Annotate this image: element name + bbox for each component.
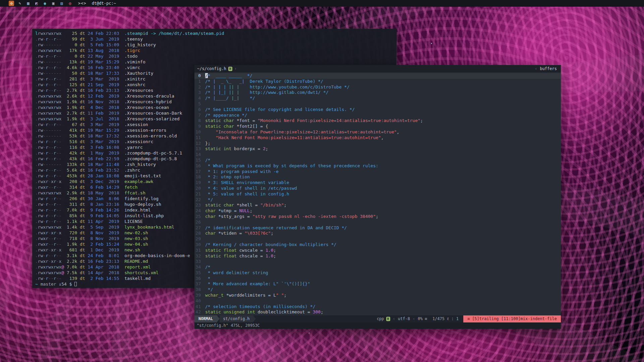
- file-row: .rwxrwxrwx 17k dt 13 Aug 2018 .tigrc: [35, 48, 397, 53]
- code-line: 0/* ____ _____ */: [194, 73, 561, 79]
- topbar-icon-group: ⚙✎▦◩◉▣▤◎: [9, 1, 73, 6]
- code-line: 38 */: [194, 287, 561, 293]
- file-row: .rw------- 13k dt 19 Mar 15:29 .viminfo: [35, 59, 397, 65]
- percent-label: 0%: [418, 315, 422, 322]
- line-number: 31: [194, 248, 205, 253]
- code-line: 29: [194, 236, 561, 242]
- line-number: 9: [194, 124, 205, 129]
- files-icon[interactable]: ▤: [59, 1, 64, 6]
- line-number: 35: [194, 270, 205, 276]
- code-line: 23static char *shell = "/bin/sh";: [194, 202, 561, 208]
- code-line: 2/* | | | || | http://www.youtube.com/c/…: [194, 84, 561, 90]
- chevron-left-icon: ‹: [413, 315, 415, 322]
- code-line: 21 * 5: value of shell in config.h: [194, 191, 561, 197]
- shell-indicator: ><>: [78, 1, 86, 6]
- line-number: 0: [194, 73, 205, 79]
- line-number: 8: [194, 118, 205, 124]
- line-number: 30: [194, 242, 205, 248]
- status-scroll-percent: 0% ≡: [415, 315, 430, 322]
- line-number: 32: [194, 253, 205, 259]
- line-number: 21: [194, 191, 205, 197]
- code-line: 14: [194, 152, 561, 158]
- line-number: 40: [194, 298, 205, 304]
- code-line: 25char *stty_args = "stty raw pass8 nl -…: [194, 214, 561, 220]
- line-number: 16: [194, 163, 205, 169]
- image-icon[interactable]: ▦: [25, 1, 31, 6]
- settings-icon[interactable]: ⚙: [9, 1, 14, 6]
- chevron-left-icon: ‹: [535, 66, 537, 71]
- file-row: lrwxrwxrwx 25 dt 24 Feb 22:03 .steampid …: [35, 31, 397, 36]
- code-area[interactable]: 0/* ____ _____ */1/* | _ \_ _| Derek Tay…: [194, 72, 561, 315]
- line-number: 22: [194, 197, 205, 203]
- code-line: 35 * word delimiter string: [194, 270, 561, 276]
- code-line: 22 */: [194, 197, 561, 203]
- code-line: 12};: [194, 141, 561, 146]
- code-line: 1/* | _ \_ _| Derek Taylor (DistroTube) …: [194, 79, 561, 84]
- code-line: 30/* Kerning / character bounding-box mu…: [194, 242, 561, 248]
- line-number: 2: [194, 84, 205, 90]
- status-cursor-position: 1/475 ℓ : 1: [430, 315, 461, 322]
- code-line: 10 "Inconsolata for Powerline:pixelsize=…: [194, 129, 561, 135]
- code-line: 11 "Hack Nerd Font Mono:pixelsize=11:ant…: [194, 135, 561, 141]
- status-encoding: utf-8: [395, 315, 413, 322]
- line-number: 33: [194, 259, 205, 264]
- line-number: 13: [194, 146, 205, 152]
- line-number: 3: [194, 90, 205, 96]
- powerline-separator-icon: [217, 315, 220, 322]
- code-line: 16 * What program is execed by st depend…: [194, 163, 561, 169]
- line-number: 34: [194, 264, 205, 270]
- code-line: 8static char *font = "Mononoki Nerd Font…: [194, 118, 561, 124]
- status-filename: st/config.h: [220, 315, 253, 322]
- camera-icon[interactable]: ◉: [42, 1, 48, 6]
- line-number: 29: [194, 236, 205, 242]
- buffers-label: buffers: [540, 66, 557, 71]
- lint-warnings-text: [5]trailing [11:100]mix-indent-file: [472, 315, 557, 322]
- modified-badge-icon: H: [228, 67, 232, 71]
- edit-icon[interactable]: ✎: [17, 1, 22, 6]
- buffers-tab[interactable]: ‹ buffers: [535, 65, 561, 72]
- display-icon[interactable]: ▣: [51, 1, 56, 6]
- topbar: ⚙✎▦◩◉▣▤◎ ><> dt@dt-pc:~: [0, 0, 644, 7]
- filetype-label: cpp: [377, 315, 384, 322]
- code-line: 13static int borderpx = 2;: [194, 146, 561, 152]
- code-line: 17 * 1: program passed with -e: [194, 169, 561, 175]
- line-number: 1: [194, 79, 205, 84]
- status-filetype: cpp H: [374, 315, 393, 322]
- buffer-tab[interactable]: ~/s/config.h H ›: [194, 65, 238, 72]
- line-number: 26: [194, 220, 205, 225]
- host-label: dt@dt-pc:~: [92, 1, 116, 6]
- statusline-spacer: [256, 315, 374, 322]
- code-line: 32static float chscale = 1.0;: [194, 253, 561, 259]
- code-line: 15/*: [194, 158, 561, 163]
- editor-window[interactable]: ~/s/config.h H › ‹ buffers 0/* ____ ____…: [194, 65, 561, 329]
- line-number: 11: [194, 135, 205, 141]
- code-line: 28char *vtiden = "\033[?6c";: [194, 231, 561, 236]
- code-line: 31static float cwscale = 1.0;: [194, 248, 561, 253]
- line-number: 38: [194, 287, 205, 293]
- code-line: 26: [194, 220, 561, 225]
- line-number: 5: [194, 101, 205, 107]
- code-line: 18 * 2: utmp option: [194, 174, 561, 180]
- code-line: 42static unsigned int doubleclicktimeout…: [194, 309, 561, 315]
- command-line: "st/config.h" 475L, 20953C: [194, 322, 561, 329]
- record-icon[interactable]: ◎: [67, 1, 73, 6]
- chevron-right-icon: ›: [234, 66, 237, 71]
- code-line: 41/* selection timeouts (in milliseconds…: [194, 304, 561, 310]
- powerline-separator-icon: [253, 315, 256, 322]
- line-number: 39: [194, 293, 205, 298]
- editor-cursor: /: [205, 73, 208, 78]
- code-line: 24char *utmp = NULL;: [194, 208, 561, 214]
- line-number: 7: [194, 113, 205, 118]
- code-line: 4/* |____/ |_| */: [194, 96, 561, 101]
- line-number: 18: [194, 174, 205, 180]
- code-line: 27/* identification sequence returned in…: [194, 225, 561, 231]
- line-number: 27: [194, 225, 205, 231]
- code-line: 20 * 4: value of shell in /etc/passwd: [194, 186, 561, 191]
- code-line: 39wchar_t *worddelimiters = L" ";: [194, 293, 561, 298]
- palette-icon[interactable]: ◩: [34, 1, 39, 6]
- code-line: 6/* See LICENSE file for copyright and l…: [194, 107, 561, 113]
- code-line: 5: [194, 101, 561, 107]
- line-number: 12: [194, 141, 205, 146]
- line-number: 28: [194, 231, 205, 236]
- line-number: 10: [194, 129, 205, 135]
